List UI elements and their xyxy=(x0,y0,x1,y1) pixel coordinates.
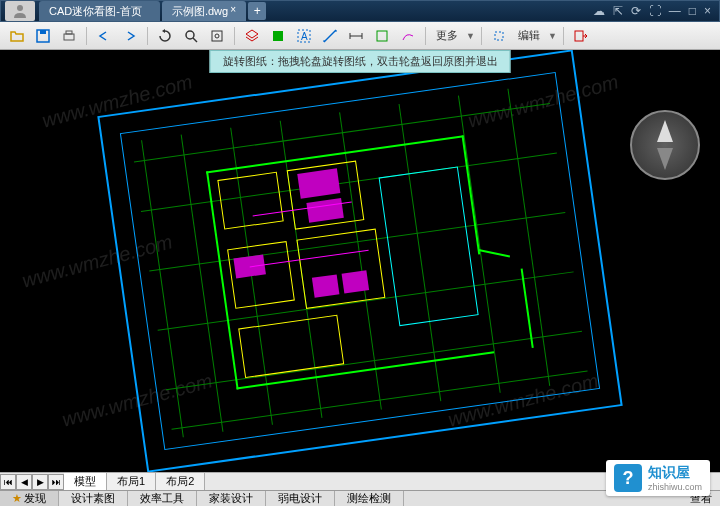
svg-text:A: A xyxy=(301,31,308,42)
logo-cn: 知识屋 xyxy=(648,464,702,482)
logo-watermark: ? 知识屋 zhishiwu.com xyxy=(606,460,710,496)
tab-home[interactable]: CAD迷你看图-首页 xyxy=(39,1,160,21)
layout-tab-2[interactable]: 布局2 xyxy=(156,473,205,491)
tab-file[interactable]: 示例图.dwg × xyxy=(162,1,246,21)
more-button[interactable]: 更多 xyxy=(432,28,462,43)
dimension-button[interactable] xyxy=(345,25,367,47)
svg-rect-3 xyxy=(64,34,74,40)
exit-button[interactable] xyxy=(570,25,592,47)
bottom-tab-home[interactable]: 家装设计 xyxy=(197,491,266,506)
redo-button[interactable] xyxy=(119,25,141,47)
bottom-tab-survey[interactable]: 测绘检测 xyxy=(335,491,404,506)
tab-nav-prev[interactable]: ◀ xyxy=(16,474,32,490)
drawing-canvas[interactable]: www.wmzhe.com www.wmzhe.com www.wmzhe.co… xyxy=(0,50,720,472)
avatar[interactable] xyxy=(5,1,35,21)
svg-point-8 xyxy=(215,34,219,38)
select-button[interactable] xyxy=(488,25,510,47)
hint-tooltip: 旋转图纸：拖拽轮盘旋转图纸，双击轮盘返回原图并退出 xyxy=(210,50,511,73)
svg-point-5 xyxy=(186,31,194,39)
cloud-icon[interactable]: ☁ xyxy=(593,4,605,18)
svg-line-6 xyxy=(193,38,197,42)
svg-line-12 xyxy=(324,30,336,42)
close-icon[interactable]: × xyxy=(230,4,242,16)
dropdown-icon[interactable]: ▼ xyxy=(548,31,557,41)
tab-nav-next[interactable]: ▶ xyxy=(32,474,48,490)
share-icon[interactable]: ⇱ xyxy=(613,4,623,18)
tab-add-button[interactable]: + xyxy=(248,2,266,20)
tab-label: CAD迷你看图-首页 xyxy=(49,4,142,19)
close-icon[interactable]: × xyxy=(704,4,711,18)
undo-button[interactable] xyxy=(93,25,115,47)
layers-button[interactable] xyxy=(241,25,263,47)
refresh-icon[interactable]: ⟳ xyxy=(631,4,641,18)
svg-rect-7 xyxy=(212,31,222,41)
tab-nav-first[interactable]: ⏮ xyxy=(0,474,16,490)
layout-tab-model[interactable]: 模型 xyxy=(64,473,107,491)
text-button[interactable]: A xyxy=(293,25,315,47)
toolbar: A 更多 ▼ 编辑 ▼ xyxy=(0,22,720,50)
svg-rect-18 xyxy=(377,31,387,41)
svg-rect-20 xyxy=(575,31,583,41)
measure-button[interactable] xyxy=(319,25,341,47)
edit-button[interactable]: 编辑 xyxy=(514,28,544,43)
open-button[interactable] xyxy=(6,25,28,47)
print-button[interactable] xyxy=(58,25,80,47)
cad-drawing xyxy=(75,50,646,472)
bottom-tab-elec[interactable]: 弱电设计 xyxy=(266,491,335,506)
path-button[interactable] xyxy=(397,25,419,47)
svg-rect-9 xyxy=(273,31,283,41)
svg-rect-2 xyxy=(40,30,46,34)
svg-rect-4 xyxy=(66,31,72,34)
zoom-button[interactable] xyxy=(180,25,202,47)
minimize-icon[interactable]: — xyxy=(669,4,681,18)
tab-label: 示例图.dwg xyxy=(172,4,228,19)
logo-en: zhishiwu.com xyxy=(648,482,702,492)
maximize-icon[interactable]: □ xyxy=(689,4,696,18)
bottom-tab-discover[interactable]: ★发现 xyxy=(0,491,59,506)
dropdown-icon[interactable]: ▼ xyxy=(466,31,475,41)
color-button[interactable] xyxy=(267,25,289,47)
tab-nav-last[interactable]: ⏭ xyxy=(48,474,64,490)
save-button[interactable] xyxy=(32,25,54,47)
svg-point-0 xyxy=(17,5,23,11)
svg-rect-19 xyxy=(495,32,503,40)
rotate-button[interactable] xyxy=(154,25,176,47)
compass-widget[interactable] xyxy=(630,110,700,180)
logo-icon: ? xyxy=(614,464,642,492)
expand-icon[interactable]: ⛶ xyxy=(649,4,661,18)
area-button[interactable] xyxy=(371,25,393,47)
bottom-tab-design[interactable]: 设计素图 xyxy=(59,491,128,506)
fit-button[interactable] xyxy=(206,25,228,47)
layout-tab-1[interactable]: 布局1 xyxy=(107,473,156,491)
bottom-tab-tools[interactable]: 效率工具 xyxy=(128,491,197,506)
